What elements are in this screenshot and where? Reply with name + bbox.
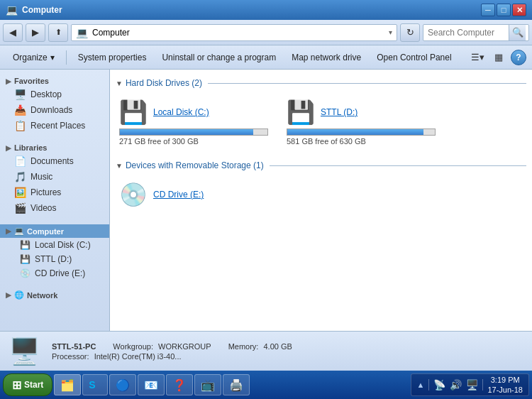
restore-button[interactable]: □: [497, 4, 511, 16]
sttl-icon: 💾: [20, 254, 31, 264]
search-box[interactable]: 🔍: [423, 24, 529, 41]
toolbar-separator-1: [66, 50, 67, 65]
forward-button[interactable]: ▶: [26, 23, 45, 42]
minimize-button[interactable]: ─: [481, 4, 495, 16]
tray-network-icon[interactable]: 📡: [433, 379, 445, 390]
sidebar-libraries-section: ▶ Libraries 📄 Documents 🎵 Music 🖼️ Pictu…: [0, 142, 109, 216]
desktop-label: Desktop: [31, 89, 62, 99]
address-bar: ◀ ▶ ⬆ 💻 Computer ▾ ↻ 🔍: [0, 20, 532, 45]
taskbar-app7-icon: 🖨️: [229, 378, 243, 392]
info-row-2: Processor: Intel(R) Core(TM) i3-40...: [52, 352, 292, 361]
search-input[interactable]: [423, 25, 509, 40]
refresh-button[interactable]: ↻: [400, 23, 420, 42]
sidebar-item-videos[interactable]: 🎬 Videos: [0, 200, 109, 216]
drive-c-name: Local Disk (C:): [153, 107, 209, 117]
open-control-panel-button[interactable]: Open Control Panel: [370, 48, 458, 67]
help-button[interactable]: ?: [511, 50, 526, 65]
local-disk-label: Local Disk (C:): [35, 240, 91, 250]
sidebar-network-section: ▶ 🌐 Network: [0, 289, 109, 301]
processor-info: Processor: Intel(R) Core(TM) i3-40...: [52, 352, 182, 361]
section-chevron-2: ▼: [116, 162, 123, 170]
cd-drive-item[interactable]: 💿 CD Drive (E:): [116, 177, 207, 212]
taskbar-chrome-btn[interactable]: 🔵: [109, 374, 136, 395]
section-divider-2: [270, 165, 526, 166]
drive-d-info: STTL (D:): [321, 107, 358, 117]
organize-label: Organize: [13, 53, 48, 62]
pc-status-icon: 🖥️: [9, 337, 40, 366]
tray-expand-icon[interactable]: ▲: [417, 381, 425, 389]
taskbar-outlook-icon: 📧: [144, 378, 158, 392]
uninstall-button[interactable]: Uninstall or change a program: [155, 48, 283, 67]
sidebar-item-sttl[interactable]: 💾 STTL (D:): [0, 252, 109, 266]
sidebar-item-music[interactable]: 🎵 Music: [0, 169, 109, 185]
sidebar-item-recent-places[interactable]: 📋 Recent Places: [0, 118, 109, 133]
sidebar-item-local-disk[interactable]: 💾 Local Disk (C:): [0, 238, 109, 252]
system-tray: ▲ 📡 🔊 🖥️ 3:19 PM 17-Jun-18: [411, 373, 529, 396]
address-input[interactable]: 💻 Computer ▾: [71, 24, 397, 41]
drive-c-item[interactable]: 💾 Local Disk (C:) 271 GB free of 300 GB: [116, 95, 272, 149]
content-area: ▼ Hard Disk Drives (2) 💾 Local Disk (C:)…: [110, 70, 532, 331]
sttl-label: STTL (D:): [35, 254, 72, 264]
cd-drive-label: CD Drive (E:): [35, 268, 85, 278]
drive-d-item[interactable]: 💾 STTL (D:) 581 GB free of 630 GB: [283, 95, 439, 149]
tray-separator-2: [482, 379, 483, 390]
cd-drive-removable-name: CD Drive (E:): [153, 190, 204, 200]
address-dropdown-icon[interactable]: ▾: [389, 28, 392, 36]
sidebar-item-desktop[interactable]: 🖥️ Desktop: [0, 87, 109, 102]
map-network-button[interactable]: Map network drive: [284, 48, 368, 67]
main-area: ▶ Favorites 🖥️ Desktop 📥 Downloads 📋 Rec…: [0, 70, 532, 331]
sidebar-item-documents[interactable]: 📄 Documents: [0, 153, 109, 169]
status-bar: 🖥️ STTL-51-PC Workgroup: WORKGROUP Memor…: [0, 331, 532, 371]
taskbar-help-icon: ❓: [172, 378, 187, 392]
system-properties-button[interactable]: System properties: [71, 48, 154, 67]
sidebar-favorites-header[interactable]: ▶ Favorites: [0, 75, 109, 87]
sidebar-item-cd-drive[interactable]: 💿 CD Drive (E:): [0, 266, 109, 280]
sidebar-libraries-header[interactable]: ▶ Libraries: [0, 142, 109, 153]
network-icon-label: 🌐: [14, 290, 24, 300]
title-text: Computer: [22, 5, 481, 15]
taskbar-app7-btn[interactable]: 🖨️: [223, 374, 250, 395]
taskbar-skype-icon: S: [89, 379, 95, 390]
chevron-icon: ▶: [6, 144, 11, 152]
view-options-button[interactable]: ☰▾: [468, 49, 487, 66]
tray-display-icon[interactable]: 🖥️: [466, 379, 478, 390]
taskbar-app6-btn[interactable]: 📺: [194, 374, 221, 395]
taskbar-computer-icon: 🗂️: [60, 378, 74, 392]
sidebar-computer-section: ▶ 💻 Computer 💾 Local Disk (C:) 💾 STTL (D…: [0, 224, 109, 280]
layout-button[interactable]: ▦: [489, 49, 508, 66]
title-bar: 💻 Computer ─ □ ✕: [0, 0, 532, 20]
taskbar-outlook-btn[interactable]: 📧: [138, 374, 165, 395]
taskbar-help-btn[interactable]: ❓: [166, 374, 193, 395]
address-text: Computer: [92, 28, 386, 38]
drive-c-info: Local Disk (C:): [153, 107, 209, 117]
back-button[interactable]: ◀: [3, 23, 23, 42]
taskbar-skype-btn[interactable]: S: [82, 374, 108, 395]
taskbar-chrome-icon: 🔵: [116, 378, 130, 392]
sidebar-network-header[interactable]: ▶ 🌐 Network: [0, 289, 109, 301]
taskbar-computer-btn[interactable]: 🗂️: [54, 374, 81, 395]
drive-c-top: 💾 Local Disk (C:): [119, 99, 209, 126]
start-button[interactable]: ⊞ Start: [3, 373, 52, 396]
removable-header: ▼ Devices with Removable Storage (1): [116, 160, 526, 170]
search-button[interactable]: 🔍: [509, 25, 526, 40]
chevron-icon: ▶: [6, 227, 11, 235]
close-button[interactable]: ✕: [512, 4, 526, 16]
sidebar-item-pictures[interactable]: 🖼️ Pictures: [0, 185, 109, 200]
videos-icon: 🎬: [14, 202, 26, 214]
section-chevron: ▼: [116, 80, 123, 87]
downloads-label: Downloads: [31, 105, 72, 115]
tray-clock[interactable]: 3:19 PM 17-Jun-18: [487, 375, 523, 395]
videos-label: Videos: [31, 203, 56, 213]
sidebar-computer-header[interactable]: ▶ 💻 Computer: [0, 224, 109, 238]
toolbar-right: ☰▾ ▦ ?: [468, 49, 526, 66]
documents-icon: 📄: [14, 155, 26, 167]
sidebar-item-downloads[interactable]: 📥 Downloads: [0, 102, 109, 118]
recent-places-icon: 📋: [14, 120, 26, 131]
organize-button[interactable]: Organize ▾: [6, 48, 62, 67]
tray-volume-icon[interactable]: 🔊: [450, 379, 462, 390]
favorites-label: Favorites: [14, 77, 49, 85]
taskbar-app6-icon: 📺: [201, 378, 215, 392]
drive-d-top: 💾 STTL (D:): [287, 99, 358, 126]
tray-date-text: 17-Jun-18: [487, 385, 523, 395]
up-button[interactable]: ⬆: [48, 23, 68, 42]
